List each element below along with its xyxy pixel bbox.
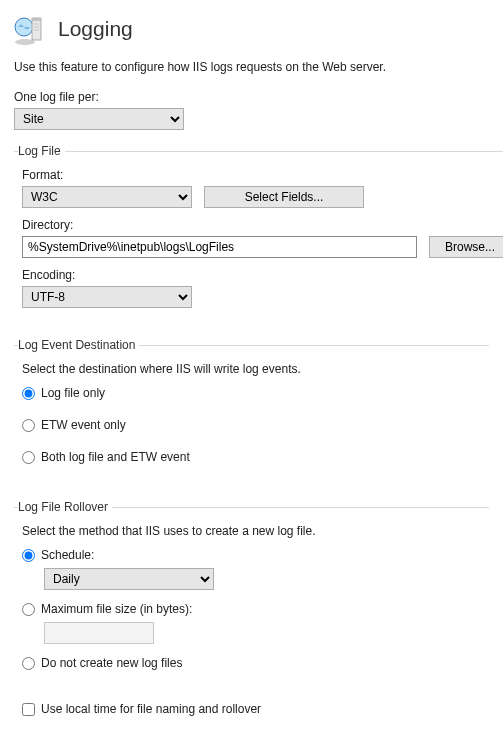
log-event-destination-legend: Log Event Destination xyxy=(18,338,139,352)
dest-log-file-only-radio[interactable] xyxy=(22,387,35,400)
directory-label: Directory: xyxy=(22,218,503,232)
select-fields-button[interactable]: Select Fields... xyxy=(204,186,364,208)
dest-etw-only-row[interactable]: ETW event only xyxy=(22,418,481,432)
svg-rect-3 xyxy=(32,18,41,21)
page-description: Use this feature to configure how IIS lo… xyxy=(14,60,489,74)
one-log-file-per-select[interactable]: SiteServer xyxy=(14,108,184,130)
log-file-group: Log File Format: IISNCSAW3CCustom Select… xyxy=(14,144,503,324)
rollover-schedule-select[interactable]: HourlyDailyWeeklyMonthly xyxy=(44,568,214,590)
format-select[interactable]: IISNCSAW3CCustom xyxy=(22,186,192,208)
dest-etw-only-radio[interactable] xyxy=(22,419,35,432)
rollover-none-radio[interactable] xyxy=(22,657,35,670)
local-time-row[interactable]: Use local time for file naming and rollo… xyxy=(22,702,481,716)
encoding-label: Encoding: xyxy=(22,268,503,282)
browse-button[interactable]: Browse... xyxy=(429,236,503,258)
rollover-schedule-row[interactable]: Schedule: xyxy=(22,548,481,562)
directory-input[interactable] xyxy=(22,236,417,258)
local-time-checkbox[interactable] xyxy=(22,703,35,716)
encoding-select[interactable]: UTF-8ANSI xyxy=(22,286,192,308)
rollover-none-label: Do not create new log files xyxy=(41,656,182,670)
rollover-maxsize-label: Maximum file size (in bytes): xyxy=(41,602,192,616)
dest-log-file-only-label: Log file only xyxy=(41,386,105,400)
log-file-rollover-desc: Select the method that IIS uses to creat… xyxy=(22,524,481,538)
dest-etw-only-label: ETW event only xyxy=(41,418,126,432)
log-event-destination-group: Log Event Destination Select the destina… xyxy=(14,338,489,486)
log-event-destination-desc: Select the destination where IIS will wr… xyxy=(22,362,481,376)
log-file-rollover-group: Log File Rollover Select the method that… xyxy=(14,500,489,738)
svg-rect-2 xyxy=(32,18,41,40)
one-log-file-per-label: One log file per: xyxy=(14,90,489,104)
local-time-label: Use local time for file naming and rollo… xyxy=(41,702,261,716)
log-file-rollover-legend: Log File Rollover xyxy=(18,500,112,514)
dest-log-file-only-row[interactable]: Log file only xyxy=(22,386,481,400)
page-title: Logging xyxy=(58,17,133,41)
dest-both-radio[interactable] xyxy=(22,451,35,464)
rollover-maxsize-row[interactable]: Maximum file size (in bytes): xyxy=(22,602,481,616)
rollover-maxsize-radio[interactable] xyxy=(22,603,35,616)
dest-both-row[interactable]: Both log file and ETW event xyxy=(22,450,481,464)
page-header: Logging xyxy=(14,12,489,46)
rollover-none-row[interactable]: Do not create new log files xyxy=(22,656,481,670)
logging-icon xyxy=(14,12,48,46)
rollover-maxsize-input xyxy=(44,622,154,644)
log-file-legend: Log File xyxy=(18,144,65,158)
format-label: Format: xyxy=(22,168,503,182)
rollover-schedule-label: Schedule: xyxy=(41,548,94,562)
rollover-schedule-radio[interactable] xyxy=(22,549,35,562)
dest-both-label: Both log file and ETW event xyxy=(41,450,190,464)
